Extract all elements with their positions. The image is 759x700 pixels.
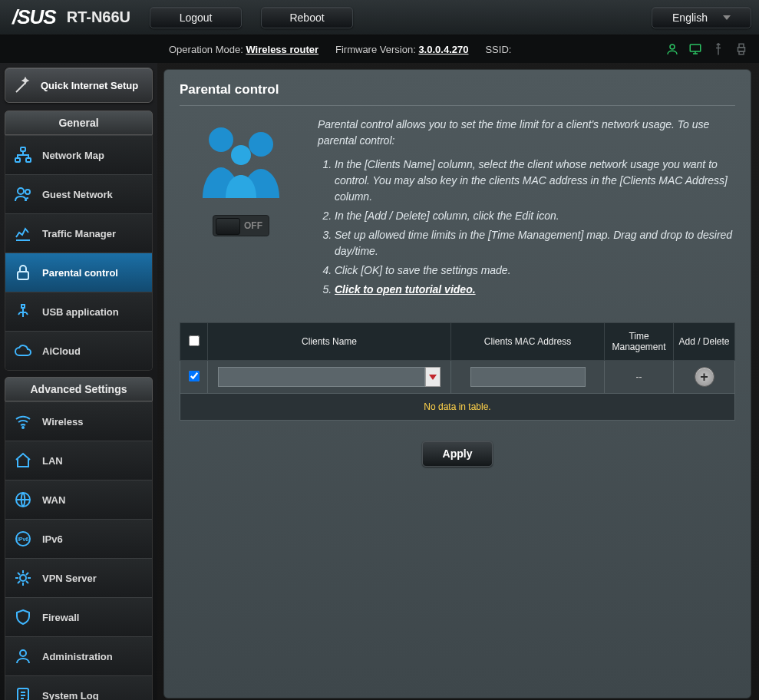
reboot-button[interactable]: Reboot — [261, 7, 353, 28]
svg-point-20 — [231, 145, 251, 165]
firmware-label: Firmware Version: — [335, 44, 416, 55]
toggle-label: OFF — [244, 220, 262, 231]
svg-rect-2 — [738, 48, 745, 51]
family-icon — [195, 121, 287, 201]
svg-text:IPv6: IPv6 — [18, 537, 29, 542]
chevron-down-icon — [723, 15, 731, 20]
instruction-step: Click to open tutorial video. — [335, 282, 735, 298]
parental-control-panel: Parental control — [163, 69, 751, 698]
home-icon — [13, 451, 33, 471]
instruction-step: In the [Clients Name] column, select the… — [335, 157, 735, 205]
menu-advanced: WirelessLANWANIPv6IPv6VPN ServerFirewall… — [5, 401, 153, 700]
sidebar-advanced-item-ipv6[interactable]: IPv6IPv6 — [5, 519, 152, 558]
clients-table: Clients Name Clients MAC Address Time Ma… — [180, 322, 735, 421]
user-icon[interactable] — [665, 42, 679, 56]
sidebar-item-label: System Log — [42, 690, 99, 701]
sidebar-advanced-item-system-log[interactable]: System Log — [5, 675, 152, 700]
sidebar-advanced-item-administration[interactable]: Administration — [5, 636, 152, 675]
sidebar-item-label: Traffic Manager — [42, 228, 116, 239]
brand-logo: /SUS — [12, 5, 56, 29]
opmode-label: Operation Mode: — [169, 44, 243, 55]
sidebar-general-item-network-map[interactable]: Network Map — [5, 135, 152, 174]
monitor-icon[interactable] — [688, 42, 702, 56]
sidebar-item-label: Parental control — [42, 267, 118, 279]
sidebar-general-item-aicloud[interactable]: AiCloud — [5, 331, 152, 370]
language-label: English — [672, 12, 708, 24]
sidebar-general-item-traffic-manager[interactable]: Traffic Manager — [5, 213, 152, 253]
language-dropdown[interactable]: English — [652, 7, 751, 28]
col-add-delete: Add / Delete — [674, 323, 735, 361]
vpn-icon — [13, 568, 33, 588]
client-name-dropdown[interactable] — [425, 367, 441, 387]
sidebar-item-label: Guest Network — [42, 189, 113, 200]
client-name-input[interactable] — [218, 367, 425, 387]
quick-internet-setup-button[interactable]: Quick Internet Setup — [5, 68, 153, 103]
sidebar-item-label: Firewall — [42, 612, 79, 623]
svg-rect-6 — [15, 158, 20, 162]
col-clients-name: Clients Name — [208, 323, 451, 361]
add-row-button[interactable]: + — [695, 367, 714, 387]
shield-icon — [13, 607, 33, 627]
sidebar-general-item-parental-control[interactable]: Parental control — [5, 253, 152, 292]
mac-address-input[interactable] — [470, 367, 586, 387]
content-area: Parental control — [157, 63, 759, 700]
instruction-step: In the [Add / Delete] column, click the … — [335, 208, 735, 224]
sidebar-general-item-usb-application[interactable]: USB application — [5, 292, 152, 331]
svg-point-11 — [22, 427, 24, 428]
sidebar-general-item-guest-network[interactable]: Guest Network — [5, 174, 152, 213]
menu-general: Network MapGuest NetworkTraffic ManagerP… — [5, 135, 153, 371]
sidebar-advanced-item-vpn-server[interactable]: VPN Server — [5, 558, 152, 597]
instruction-step: Set up allowed time limits in the [Time … — [335, 227, 735, 259]
wifi-icon — [13, 411, 33, 431]
sidebar-item-label: Wireless — [42, 416, 83, 428]
opmode-value[interactable]: Wireless router — [246, 44, 318, 55]
dropdown-triangle-icon — [429, 375, 437, 380]
svg-point-8 — [18, 188, 24, 194]
select-all-checkbox[interactable] — [189, 335, 200, 346]
status-icons — [665, 42, 748, 56]
svg-rect-3 — [739, 44, 744, 48]
logout-button[interactable]: Logout — [150, 7, 242, 28]
sidebar-item-label: WAN — [42, 494, 65, 506]
instruction-step: Click [OK] to save the settings made. — [335, 262, 735, 279]
parental-control-toggle[interactable]: OFF — [213, 215, 269, 236]
sidebar-item-label: IPv6 — [42, 533, 63, 545]
sidebar-item-label: Administration — [42, 651, 113, 662]
sidebar-advanced-item-lan[interactable]: LAN — [5, 441, 152, 480]
general-header: General — [5, 111, 153, 135]
svg-rect-4 — [739, 51, 744, 54]
svg-point-19 — [249, 132, 273, 157]
traffic-icon — [13, 223, 33, 243]
sidebar-item-label: USB application — [42, 306, 119, 318]
apply-button[interactable]: Apply — [422, 441, 493, 467]
usb-status-icon[interactable] — [711, 42, 725, 56]
row-checkbox[interactable] — [189, 371, 200, 381]
intro-lead: Parental control allows you to set the t… — [318, 117, 735, 149]
usb-icon — [13, 302, 33, 322]
wand-icon — [13, 75, 33, 95]
admin-icon — [13, 646, 33, 666]
svg-rect-5 — [21, 147, 25, 151]
log-icon — [13, 685, 33, 700]
printer-icon[interactable] — [734, 42, 748, 56]
cloud-icon — [13, 341, 33, 361]
sidebar-advanced-item-firewall[interactable]: Firewall — [5, 597, 152, 636]
svg-rect-10 — [18, 272, 28, 279]
svg-rect-7 — [26, 158, 31, 162]
svg-point-16 — [20, 650, 26, 656]
col-time: Time Management — [605, 323, 674, 361]
table-input-row: -- + — [180, 361, 735, 394]
time-management-cell: -- — [605, 361, 674, 394]
instruction-list: In the [Clients Name] column, select the… — [335, 157, 735, 298]
svg-point-0 — [670, 45, 675, 49]
svg-point-15 — [20, 575, 26, 581]
sidebar-item-label: AiCloud — [42, 345, 81, 357]
tutorial-video-link[interactable]: Click to open tutorial video. — [335, 283, 476, 296]
svg-rect-1 — [690, 45, 701, 51]
firmware-value[interactable]: 3.0.0.4.270 — [418, 44, 468, 55]
sidebar-advanced-item-wan[interactable]: WAN — [5, 480, 152, 519]
model-name: RT-N66U — [67, 8, 130, 26]
sidebar-advanced-item-wireless[interactable]: Wireless — [5, 401, 152, 441]
sidebar-item-label: Network Map — [42, 150, 104, 161]
svg-point-9 — [25, 190, 30, 194]
